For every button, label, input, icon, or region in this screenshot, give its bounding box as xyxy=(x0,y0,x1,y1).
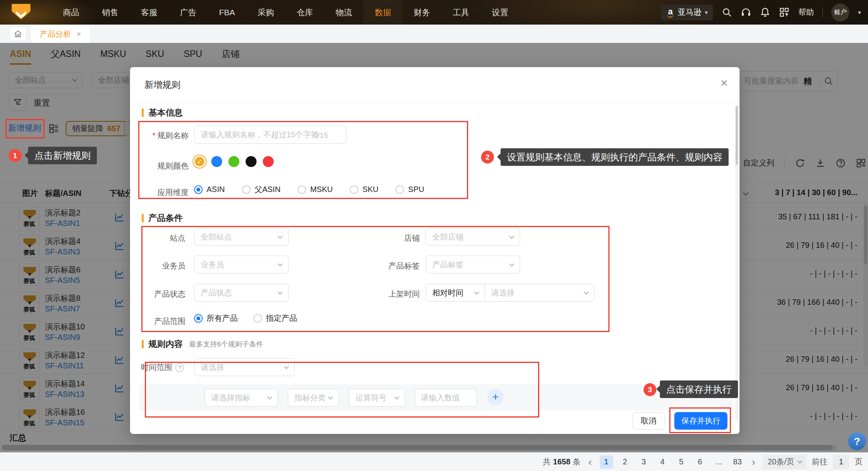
radio-selected-icon[interactable] xyxy=(194,314,203,323)
menu-item-settings[interactable]: 设置 xyxy=(481,0,520,25)
search-icon[interactable] xyxy=(722,7,732,18)
radio-option-all-products[interactable]: 所有产品 xyxy=(194,313,238,323)
home-button[interactable] xyxy=(9,27,27,41)
add-rule-modal: 新增规则 × 基本信息 *规则名称 0/15 规则颜色 ✓ 应用维度 ASIN … xyxy=(130,67,740,434)
radio-option-parent-asin[interactable]: 父ASIN xyxy=(242,184,281,195)
add-condition-button[interactable]: + xyxy=(487,389,504,405)
goto-label: 前往 xyxy=(812,457,827,467)
radio-icon[interactable] xyxy=(242,185,251,194)
metric-category-select[interactable]: 指标分类 xyxy=(288,389,339,407)
radio-option-asin[interactable]: ASIN xyxy=(194,185,225,194)
menu-item-data[interactable]: 数据 xyxy=(364,0,403,25)
metric-select[interactable]: 请选择指标 xyxy=(205,389,278,407)
chevron-down-icon xyxy=(278,261,283,267)
tab-strip: 产品分析 × xyxy=(0,25,868,43)
radio-icon[interactable] xyxy=(298,185,306,194)
next-page-icon[interactable]: › xyxy=(750,458,758,466)
page-number-3[interactable]: 3 xyxy=(637,455,651,469)
salesman-value: 业务员 xyxy=(201,259,224,270)
total-unit: 条 xyxy=(573,457,581,466)
page-number-6[interactable]: 6 xyxy=(693,455,707,469)
chevron-down-icon xyxy=(509,234,514,239)
listing-time-mode-select[interactable]: 相对时间 xyxy=(426,284,485,302)
page-size-select[interactable]: 20条/页 xyxy=(763,455,806,469)
marketplace-switcher[interactable]: a 亚马逊 ▾ xyxy=(661,5,713,20)
modal-close-icon[interactable]: × xyxy=(720,76,728,90)
section-accent-bar xyxy=(142,214,144,222)
menu-item-sales[interactable]: 销售 xyxy=(91,0,130,25)
amazon-icon: a xyxy=(667,7,674,18)
product-tag-select[interactable]: 产品标签 xyxy=(426,256,520,274)
page-number-4[interactable]: 4 xyxy=(656,455,669,469)
color-swatch-red[interactable] xyxy=(263,156,274,167)
value-input[interactable] xyxy=(415,389,477,407)
color-swatch-orange-selected[interactable]: ✓ xyxy=(194,156,205,167)
radio-option-sku[interactable]: SKU xyxy=(350,185,378,194)
radio-option-spu[interactable]: SPU xyxy=(396,185,424,194)
operator-select[interactable]: 运算符号 xyxy=(349,389,405,407)
radio-option-specified-products[interactable]: 指定产品 xyxy=(253,313,297,323)
goto-page-input[interactable] xyxy=(833,455,849,469)
page-number-1[interactable]: 1 xyxy=(600,455,613,469)
notification-bell-icon[interactable] xyxy=(760,7,770,18)
site-select[interactable]: 全部站点 xyxy=(194,228,289,246)
shop-value: 全部店铺 xyxy=(432,232,463,242)
menu-item-service[interactable]: 客服 xyxy=(130,0,169,25)
dimension-radio-group: ASIN 父ASIN MSKU SKU SPU xyxy=(194,184,424,195)
app-grid-icon[interactable] xyxy=(779,7,790,18)
menu-item-purchase[interactable]: 采购 xyxy=(246,0,285,25)
menu-item-ads[interactable]: 广告 xyxy=(169,0,208,25)
color-swatch-blue[interactable] xyxy=(211,156,222,167)
pagination-bar: 共1658条 ‹ 1 2 3 4 5 6 ... 83 › 20条/页 前往 页 xyxy=(0,452,868,471)
prev-page-icon[interactable]: ‹ xyxy=(586,458,594,466)
tab-close-icon[interactable]: × xyxy=(77,30,81,39)
product-status-select[interactable]: 产品状态 xyxy=(194,284,289,302)
account-avatar[interactable]: 账户 xyxy=(831,4,849,21)
rule-color-picker: ✓ xyxy=(194,156,274,167)
total-count: 1658 xyxy=(551,457,573,466)
page-number-83[interactable]: 83 xyxy=(731,455,744,469)
top-nav: 商品 销售 客服 广告 FBA 采购 仓库 物流 数据 财务 工具 设置 a 亚… xyxy=(0,0,868,25)
save-and-run-button[interactable]: 保存并执行 xyxy=(674,412,727,430)
color-swatch-black[interactable] xyxy=(246,156,257,167)
scrollbar-thumb[interactable] xyxy=(736,106,738,165)
tab-product-analysis[interactable]: 产品分析 × xyxy=(31,25,90,43)
section-accent-bar xyxy=(142,340,144,348)
salesman-select[interactable]: 业务员 xyxy=(194,256,289,274)
chevron-down-icon xyxy=(328,395,333,400)
menu-item-fba[interactable]: FBA xyxy=(208,0,246,25)
shop-select[interactable]: 全部店铺 xyxy=(426,228,520,246)
listing-time-value-select[interactable]: 请选择 xyxy=(485,284,595,302)
page-number-5[interactable]: 5 xyxy=(675,455,688,469)
chevron-down-icon xyxy=(278,234,283,239)
account-caret-icon[interactable]: ▾ xyxy=(858,9,861,16)
salesman-label: 业务员 xyxy=(130,261,185,271)
headset-icon[interactable] xyxy=(741,7,751,18)
help-link[interactable]: 帮助 xyxy=(798,7,814,18)
radio-option-msku[interactable]: MSKU xyxy=(298,185,333,194)
radio-label: ASIN xyxy=(207,185,225,194)
radio-selected-icon[interactable] xyxy=(194,185,203,194)
radio-icon[interactable] xyxy=(396,185,404,194)
menu-item-finance[interactable]: 财务 xyxy=(403,0,442,25)
radio-icon[interactable] xyxy=(253,314,262,323)
modal-scrollbar[interactable] xyxy=(735,105,738,421)
nav-divider xyxy=(822,7,823,18)
menu-item-warehouse[interactable]: 仓库 xyxy=(285,0,324,25)
char-counter: 0/15 xyxy=(314,131,328,140)
menu-item-tools[interactable]: 工具 xyxy=(442,0,481,25)
radio-icon[interactable] xyxy=(350,185,358,194)
page-ellipsis[interactable]: ... xyxy=(712,455,725,469)
menu-item-products[interactable]: 商品 xyxy=(52,0,91,25)
time-range-select[interactable]: 请选择 xyxy=(194,358,295,376)
color-swatch-green[interactable] xyxy=(228,156,239,167)
floating-help-button[interactable]: ? xyxy=(848,432,866,450)
time-range-label: 时间范围 xyxy=(141,362,172,373)
page-size-value: 20条/页 xyxy=(768,457,794,467)
product-status-value: 产品状态 xyxy=(201,288,232,298)
menu-item-logistics[interactable]: 物流 xyxy=(324,0,364,25)
section-rule-content: 规则内容 最多支持6个规则子条件 xyxy=(142,338,263,350)
cancel-button[interactable]: 取消 xyxy=(633,412,665,430)
page-number-2[interactable]: 2 xyxy=(618,455,632,469)
operator-value: 运算符号 xyxy=(355,393,387,403)
